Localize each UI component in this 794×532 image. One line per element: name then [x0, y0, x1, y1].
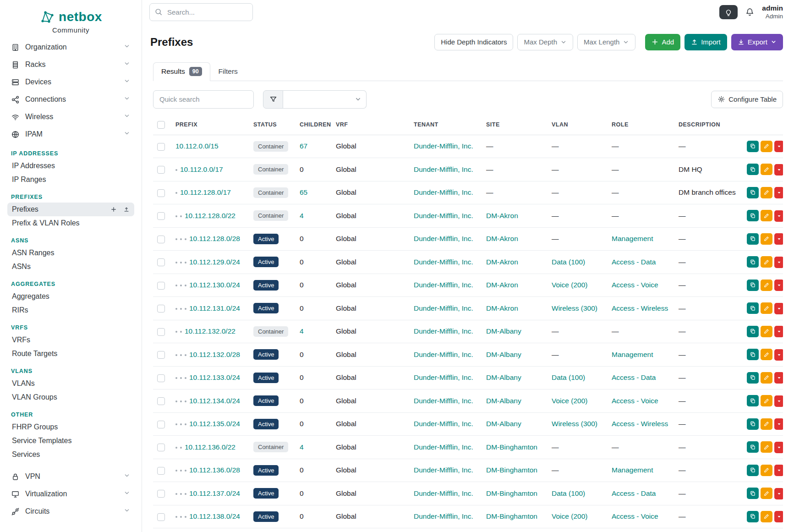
copy-button[interactable]	[747, 511, 759, 522]
tenant-link[interactable]: Dunder-Mifflin, Inc.	[414, 466, 473, 474]
row-checkbox[interactable]	[157, 189, 165, 197]
delete-dropdown-button[interactable]	[774, 187, 783, 198]
copy-button[interactable]	[747, 395, 759, 406]
delete-dropdown-button[interactable]	[774, 511, 783, 522]
edit-button[interactable]	[761, 210, 772, 221]
sidebar-item-route-targets[interactable]: Route Targets	[7, 347, 134, 361]
column-header-description[interactable]: DESCRIPTION	[674, 115, 741, 135]
copy-button[interactable]	[747, 210, 759, 221]
sidebar-item-services[interactable]: Services	[7, 448, 134, 461]
row-checkbox[interactable]	[157, 490, 165, 498]
copy-button[interactable]	[747, 465, 759, 476]
tenant-link[interactable]: Dunder-Mifflin, Inc.	[414, 327, 473, 335]
export-dropdown[interactable]: Export	[731, 34, 783, 50]
row-checkbox[interactable]	[157, 467, 165, 475]
sidebar-item-asns[interactable]: ASNs	[7, 260, 134, 274]
sidebar-item-virtualization[interactable]: Virtualization	[7, 485, 134, 503]
children-link[interactable]: 65	[300, 188, 307, 196]
edit-button[interactable]	[761, 488, 772, 499]
edit-button[interactable]	[761, 302, 772, 314]
site-link[interactable]: DM-Akron	[486, 304, 518, 312]
copy-button[interactable]	[747, 372, 759, 384]
column-header-children[interactable]: CHILDREN	[296, 115, 332, 135]
select-all-checkbox[interactable]	[157, 121, 165, 129]
sidebar-item-ip-ranges[interactable]: IP Ranges	[7, 173, 134, 186]
edit-button[interactable]	[761, 233, 772, 245]
edit-button[interactable]	[761, 465, 772, 476]
children-link[interactable]: 4	[300, 443, 304, 451]
edit-button[interactable]	[761, 372, 772, 384]
site-link[interactable]: DM-Akron	[486, 258, 518, 266]
edit-button[interactable]	[761, 349, 772, 360]
edit-button[interactable]	[761, 256, 772, 268]
edit-button[interactable]	[761, 164, 772, 175]
tenant-link[interactable]: Dunder-Mifflin, Inc.	[414, 397, 473, 405]
copy-button[interactable]	[747, 326, 759, 337]
hide-depth-indicators-button[interactable]: Hide Depth Indicators	[434, 34, 513, 50]
tab-results[interactable]: Results 90	[153, 62, 210, 81]
sidebar-item-ip-addresses[interactable]: IP Addresses	[7, 159, 134, 173]
tenant-link[interactable]: Dunder-Mifflin, Inc.	[414, 281, 473, 289]
sidebar-item-circuits[interactable]: Circuits	[7, 503, 134, 520]
copy-button[interactable]	[747, 141, 759, 152]
edit-button[interactable]	[761, 280, 772, 291]
sidebar-item-vpn[interactable]: VPN	[7, 468, 134, 485]
tenant-link[interactable]: Dunder-Mifflin, Inc.	[414, 258, 473, 266]
role-link[interactable]: Management	[612, 466, 653, 474]
tenant-link[interactable]: Dunder-Mifflin, Inc.	[414, 420, 473, 428]
row-checkbox[interactable]	[157, 305, 165, 313]
user-menu[interactable]: admin Admin	[762, 4, 783, 20]
role-link[interactable]: Management	[612, 235, 653, 242]
row-checkbox[interactable]	[157, 236, 165, 243]
prefix-link[interactable]: 10.112.129.0/24	[189, 258, 240, 266]
copy-button[interactable]	[747, 256, 759, 268]
sidebar-item-asn-ranges[interactable]: ASN Ranges	[7, 246, 134, 260]
copy-button[interactable]	[747, 302, 759, 314]
sidebar-item-racks[interactable]: Racks	[7, 56, 134, 73]
sidebar-item-prefix-vlan-roles[interactable]: Prefix & VLAN Roles	[7, 216, 134, 230]
quick-import-button[interactable]	[123, 206, 130, 213]
edit-button[interactable]	[761, 326, 772, 337]
site-link[interactable]: DM-Albany	[486, 351, 521, 358]
role-link[interactable]: Access - Data	[612, 258, 656, 266]
delete-dropdown-button[interactable]	[774, 488, 783, 499]
prefix-link[interactable]: 10.112.131.0/24	[189, 304, 240, 312]
site-link[interactable]: DM-Albany	[486, 397, 521, 405]
sidebar-item-vrfs[interactable]: VRFs	[7, 333, 134, 347]
prefix-link[interactable]: 10.112.135.0/24	[189, 420, 240, 428]
sidebar-item-vlan-groups[interactable]: VLAN Groups	[7, 390, 134, 404]
copy-button[interactable]	[747, 164, 759, 175]
prefix-link[interactable]: 10.112.136.0/22	[185, 443, 235, 451]
row-checkbox[interactable]	[157, 351, 165, 359]
column-header-vlan[interactable]: VLAN	[548, 115, 608, 135]
delete-dropdown-button[interactable]	[774, 465, 783, 476]
column-header-tenant[interactable]: TENANT	[410, 115, 482, 135]
row-checkbox[interactable]	[157, 397, 165, 405]
prefix-link[interactable]: 10.112.132.0/22	[185, 327, 235, 335]
prefix-link[interactable]: 10.112.133.0/24	[189, 373, 240, 381]
tab-filters[interactable]: Filters	[210, 62, 246, 81]
vlan-link[interactable]: Data (100)	[552, 373, 585, 381]
tenant-link[interactable]: Dunder-Mifflin, Inc.	[414, 165, 473, 173]
notifications-button[interactable]	[745, 7, 755, 17]
sidebar-item-organization[interactable]: Organization	[7, 38, 134, 56]
role-link[interactable]: Access - Voice	[612, 281, 658, 289]
role-link[interactable]: Management	[612, 351, 653, 358]
prefix-link[interactable]: 10.112.136.0/28	[189, 466, 240, 474]
delete-dropdown-button[interactable]	[774, 233, 783, 245]
tenant-link[interactable]: Dunder-Mifflin, Inc.	[414, 142, 473, 150]
copy-button[interactable]	[747, 349, 759, 360]
edit-button[interactable]	[761, 141, 772, 152]
delete-dropdown-button[interactable]	[774, 210, 783, 222]
copy-button[interactable]	[747, 441, 759, 453]
sidebar-item-rirs[interactable]: RIRs	[7, 303, 134, 317]
prefix-link[interactable]: 10.112.128.0/22	[185, 212, 235, 219]
site-link[interactable]: DM-Albany	[486, 373, 521, 381]
prefix-link[interactable]: 10.112.128.0/28	[189, 235, 240, 242]
delete-dropdown-button[interactable]	[774, 372, 783, 384]
site-link[interactable]: DM-Akron	[486, 212, 518, 219]
vlan-link[interactable]: Wireless (300)	[552, 304, 597, 312]
sidebar-item-prefixes[interactable]: Prefixes	[7, 203, 134, 216]
row-checkbox[interactable]	[157, 374, 165, 382]
sidebar-item-connections[interactable]: Connections	[7, 91, 134, 108]
